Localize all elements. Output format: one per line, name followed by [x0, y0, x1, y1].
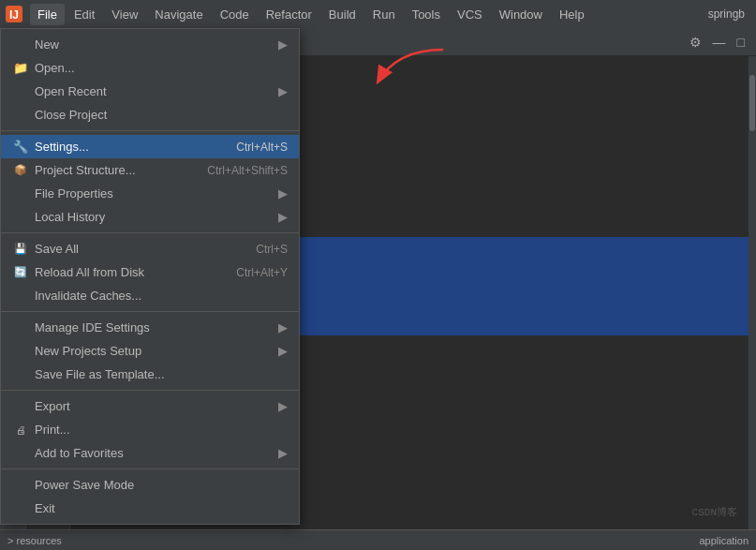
project-structure-icon: 📦	[12, 164, 29, 176]
print-label: Print...	[35, 423, 288, 437]
power-save-label: Power Save Mode	[35, 478, 288, 492]
project-name: springb	[701, 7, 752, 21]
file-menu: New ▶ 📁 Open... Open Recent ▶ Close Proj…	[0, 28, 300, 525]
minimize-icon[interactable]: —	[709, 33, 730, 52]
menu-tools[interactable]: Tools	[405, 4, 448, 25]
menu-item-power-save[interactable]: Power Save Mode	[1, 473, 299, 497]
editor-toolbar: ⚙ — □	[686, 28, 749, 56]
menu-item-open-recent[interactable]: Open Recent ▶	[1, 80, 299, 103]
menu-item-project-structure[interactable]: 📦 Project Structure... Ctrl+Alt+Shift+S	[1, 158, 299, 182]
svg-text:IJ: IJ	[9, 8, 19, 22]
separator-2	[1, 232, 299, 233]
bottom-right: application	[699, 535, 749, 546]
menu-item-invalidate[interactable]: Invalidate Caches...	[1, 284, 299, 307]
menu-refactor[interactable]: Refactor	[259, 4, 319, 25]
menu-code[interactable]: Code	[213, 4, 257, 25]
separator-5	[1, 468, 299, 469]
settings-shortcut: Ctrl+Alt+S	[236, 141, 288, 154]
menu-item-manage-ide[interactable]: Manage IDE Settings ▶	[1, 316, 299, 339]
save-all-icon: 💾	[12, 243, 29, 255]
bottom-text: > resources	[7, 535, 62, 546]
save-template-label: Save File as Template...	[35, 367, 288, 381]
favorites-label: Add to Favorites	[35, 446, 269, 460]
reload-label: Reload All from Disk	[35, 265, 212, 279]
manage-ide-label: Manage IDE Settings	[35, 320, 269, 334]
menu-item-exit[interactable]: Exit	[1, 497, 299, 520]
manage-ide-arrow: ▶	[278, 320, 288, 334]
menu-item-new[interactable]: New ▶	[1, 33, 299, 56]
open-icon: 📁	[12, 61, 29, 75]
reload-shortcut: Ctrl+Alt+Y	[236, 266, 288, 279]
menu-bar: IJ File Edit View Navigate Code Refactor…	[0, 0, 756, 28]
vertical-scrollbar[interactable]	[749, 56, 756, 550]
menu-item-file-properties[interactable]: File Properties ▶	[1, 182, 299, 205]
menu-run[interactable]: Run	[365, 4, 403, 25]
menu-item-new-projects[interactable]: New Projects Setup ▶	[1, 339, 299, 363]
separator-4	[1, 390, 299, 391]
project-structure-shortcut: Ctrl+Alt+Shift+S	[207, 164, 288, 177]
local-history-arrow: ▶	[278, 210, 288, 224]
print-icon: 🖨	[12, 424, 29, 436]
menu-vcs[interactable]: VCS	[450, 4, 490, 25]
menu-item-reload[interactable]: 🔄 Reload All from Disk Ctrl+Alt+Y	[1, 260, 299, 284]
new-label: New	[35, 37, 269, 52]
menu-item-local-history[interactable]: Local History ▶	[1, 205, 299, 229]
save-all-shortcut: Ctrl+S	[256, 243, 288, 256]
menu-build[interactable]: Build	[321, 4, 363, 25]
bottom-bar: > resources application	[0, 529, 756, 550]
menu-item-print[interactable]: 🖨 Print...	[1, 418, 299, 441]
scrollbar-thumb[interactable]	[749, 75, 755, 131]
invalidate-label: Invalidate Caches...	[35, 289, 288, 303]
menu-view[interactable]: View	[104, 4, 145, 25]
menu-help[interactable]: Help	[552, 4, 592, 25]
menu-item-save-all[interactable]: 💾 Save All Ctrl+S	[1, 237, 299, 260]
watermark: CSDN博客	[692, 505, 737, 522]
open-recent-label: Open Recent	[35, 84, 269, 98]
settings-icon: 🔧	[12, 140, 29, 154]
new-projects-label: New Projects Setup	[35, 344, 269, 358]
menu-edit[interactable]: Edit	[67, 4, 102, 25]
export-arrow: ▶	[278, 399, 288, 413]
menu-item-settings[interactable]: 🔧 Settings... Ctrl+Alt+S	[1, 135, 299, 158]
open-recent-arrow: ▶	[278, 84, 288, 98]
file-properties-label: File Properties	[35, 186, 269, 201]
save-all-label: Save All	[35, 242, 231, 256]
export-label: Export	[35, 399, 269, 413]
close-project-label: Close Project	[35, 108, 288, 122]
local-history-label: Local History	[35, 210, 269, 224]
menu-item-save-template[interactable]: Save File as Template...	[1, 363, 299, 386]
menu-item-close-project[interactable]: Close Project	[1, 103, 299, 126]
menu-navigate[interactable]: Navigate	[147, 4, 210, 25]
maximize-icon[interactable]: □	[734, 33, 749, 52]
file-properties-arrow: ▶	[278, 186, 288, 201]
new-projects-arrow: ▶	[278, 344, 288, 358]
menu-file[interactable]: File	[30, 4, 65, 25]
file-dropdown: New ▶ 📁 Open... Open Recent ▶ Close Proj…	[0, 28, 300, 525]
menu-item-export[interactable]: Export ▶	[1, 394, 299, 418]
new-arrow: ▶	[278, 37, 288, 52]
separator-1	[1, 130, 299, 131]
exit-label: Exit	[35, 501, 288, 515]
separator-3	[1, 311, 299, 312]
menu-item-favorites[interactable]: Add to Favorites ▶	[1, 441, 299, 465]
menu-item-open[interactable]: 📁 Open...	[1, 56, 299, 80]
menu-window[interactable]: Window	[492, 4, 550, 25]
favorites-arrow: ▶	[278, 446, 288, 460]
app-logo: IJ	[4, 4, 24, 24]
open-label: Open...	[35, 61, 288, 75]
settings-label: Settings...	[35, 140, 212, 154]
gear-icon[interactable]: ⚙	[686, 33, 705, 52]
project-structure-label: Project Structure...	[35, 163, 183, 177]
reload-icon: 🔄	[12, 266, 29, 278]
